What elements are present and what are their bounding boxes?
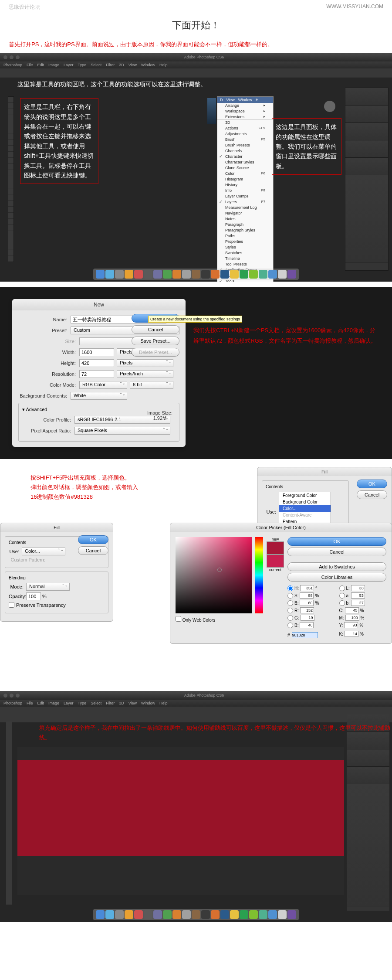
menu-item[interactable]: Character — [217, 154, 273, 160]
a-input[interactable] — [351, 592, 365, 599]
dock-app-icon[interactable] — [287, 270, 296, 279]
dock-app-icon[interactable] — [230, 910, 239, 919]
menu-item[interactable]: Measurement Log — [217, 205, 273, 211]
only-web-checkbox[interactable] — [176, 616, 181, 622]
menu-image[interactable]: Image — [48, 63, 59, 67]
menu-item[interactable]: Clone Source — [217, 165, 273, 171]
menu-item[interactable]: BrushF5 — [217, 137, 273, 143]
dock-app-icon[interactable] — [144, 910, 152, 919]
tool-slot[interactable] — [8, 249, 14, 255]
menu-item[interactable]: Layer Comps — [217, 194, 273, 199]
lab-b-radio[interactable] — [339, 600, 345, 606]
l-radio[interactable] — [339, 585, 345, 591]
b-radio[interactable] — [287, 600, 293, 606]
l-input[interactable] — [351, 585, 365, 591]
s-radio[interactable] — [287, 593, 293, 599]
tool-slot[interactable] — [8, 213, 14, 219]
menu-file[interactable]: File — [27, 63, 33, 67]
menu-view[interactable]: View — [128, 63, 137, 67]
menu-filter[interactable]: Filter — [106, 63, 115, 67]
menu-item[interactable]: LayersF7 — [217, 199, 273, 205]
dock-app-icon[interactable] — [163, 910, 172, 919]
menu-select[interactable]: Select — [91, 63, 101, 67]
dock-app-icon[interactable] — [115, 910, 124, 919]
dock-app-icon[interactable] — [125, 270, 133, 279]
tool-slot[interactable] — [8, 115, 14, 121]
panels-area[interactable] — [347, 715, 389, 911]
tab-bar[interactable] — [0, 716, 392, 722]
dock-app-icon[interactable] — [268, 910, 277, 919]
menu-item[interactable]: Actions⌥F9 — [217, 126, 273, 131]
dock-app-icon[interactable] — [144, 270, 152, 279]
mode-select[interactable]: Normal — [26, 583, 70, 591]
dock-app-icon[interactable] — [172, 270, 181, 279]
tools-panel[interactable] — [8, 96, 14, 262]
menu-filter[interactable]: Filter — [106, 701, 115, 705]
dock-app-icon[interactable] — [134, 270, 143, 279]
dock-app-icon[interactable] — [268, 270, 277, 279]
dock-app-icon[interactable] — [259, 270, 267, 279]
hex-input[interactable] — [292, 632, 318, 638]
dock-app-icon[interactable] — [259, 910, 267, 919]
resolution-input[interactable] — [79, 370, 114, 378]
menu-edit[interactable]: Edit — [37, 63, 44, 67]
height-input[interactable] — [79, 359, 114, 367]
ok-button[interactable]: OK — [287, 537, 386, 546]
dock-app-icon[interactable] — [192, 910, 200, 919]
tool-slot[interactable] — [8, 140, 14, 146]
tool-slot[interactable] — [8, 207, 14, 213]
tool-slot[interactable] — [8, 194, 14, 201]
menu-item[interactable]: ColorF6 — [217, 171, 273, 177]
zoom-icon[interactable] — [16, 55, 20, 59]
close-icon[interactable] — [3, 55, 7, 59]
m-input[interactable] — [345, 615, 359, 621]
c-input[interactable] — [345, 607, 359, 613]
dock-app-icon[interactable] — [153, 910, 162, 919]
dock-app-icon[interactable] — [211, 910, 220, 919]
menu-item[interactable]: Character Styles — [217, 160, 273, 165]
menu-view[interactable]: View — [128, 701, 137, 705]
dock-app-icon[interactable] — [240, 270, 248, 279]
ok-button[interactable]: OK — [78, 535, 108, 544]
menu-item[interactable]: Extensions — [217, 114, 273, 120]
menu-item[interactable]: Swatches — [217, 250, 273, 256]
a-radio[interactable] — [339, 593, 345, 599]
dock-app-icon[interactable] — [249, 270, 258, 279]
canvas[interactable] — [17, 747, 344, 895]
tool-slot[interactable] — [8, 146, 14, 152]
menu-help[interactable]: Help — [159, 701, 168, 705]
dock-app-icon[interactable] — [211, 270, 220, 279]
tool-slot[interactable] — [8, 170, 14, 176]
h-radio[interactable] — [287, 585, 293, 591]
menu-item[interactable]: Channels — [217, 148, 273, 154]
g-radio[interactable] — [287, 615, 293, 621]
brgb-input[interactable] — [300, 622, 314, 628]
colormode-bit-select[interactable]: 8 bit — [130, 381, 173, 389]
tool-slot[interactable] — [8, 243, 14, 249]
options-bar[interactable] — [0, 68, 392, 78]
menu-item[interactable]: 3D — [217, 120, 273, 126]
r-radio[interactable] — [287, 608, 293, 613]
dock-app-icon[interactable] — [192, 270, 200, 279]
menu-item[interactable]: Styles — [217, 245, 273, 250]
menu-item[interactable]: InfoF8 — [217, 188, 273, 194]
dropdown-item[interactable]: Background Color — [279, 499, 331, 505]
menu-item[interactable]: Brush Presets — [217, 143, 273, 148]
dock-app-icon[interactable] — [105, 910, 114, 919]
add-swatches-button[interactable]: Add to Swatches — [287, 562, 386, 571]
zoom-icon[interactable] — [16, 694, 20, 698]
menu-item[interactable]: Paragraph — [217, 222, 273, 228]
panels-area[interactable] — [345, 88, 389, 271]
save-preset-button[interactable]: Save Preset... — [132, 337, 179, 345]
tool-slot[interactable] — [8, 121, 14, 127]
menu-item[interactable]: Properties — [217, 239, 273, 245]
tool-slot[interactable] — [8, 188, 14, 194]
dock-app-icon[interactable] — [134, 910, 143, 919]
ok-button[interactable]: OK — [357, 480, 387, 488]
menu-type[interactable]: Type — [78, 63, 87, 67]
dock-app-icon[interactable] — [153, 270, 162, 279]
minimize-icon[interactable] — [10, 694, 14, 698]
menu-item[interactable]: Workspace — [217, 109, 273, 114]
menu-type[interactable]: Type — [78, 701, 87, 705]
color-libraries-button[interactable]: Color Libraries — [287, 573, 386, 582]
